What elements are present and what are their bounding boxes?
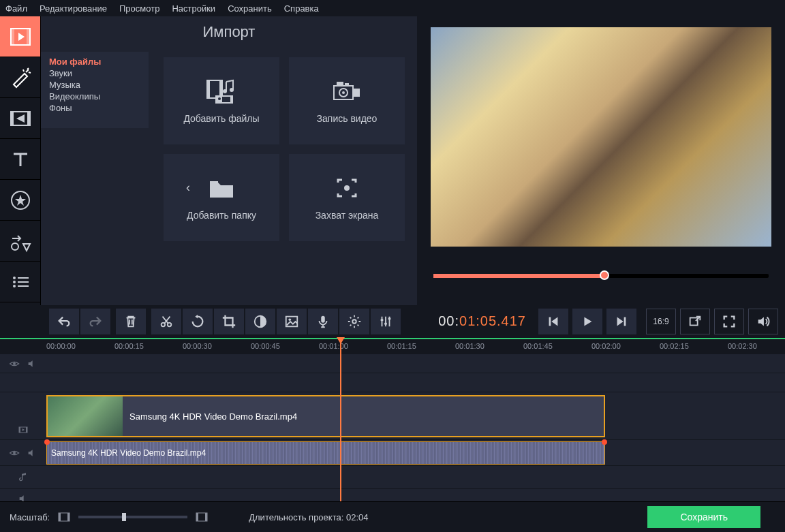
equalizer-button[interactable]: [371, 309, 401, 334]
svg-point-57: [13, 452, 16, 454]
svg-point-11: [13, 277, 16, 279]
svg-point-9: [12, 243, 18, 250]
subtab-music[interactable]: Музыка: [49, 79, 140, 91]
speaker-icon: [27, 448, 37, 458]
ruler-mark: 00:00:15: [114, 342, 144, 350]
ruler-mark: 00:01:15: [387, 342, 416, 350]
seek-thumb[interactable]: [600, 270, 609, 280]
timecode-prefix: 00:: [438, 313, 459, 328]
svg-rect-44: [549, 317, 551, 326]
tab-callouts[interactable]: [0, 221, 40, 262]
tab-import[interactable]: [0, 16, 40, 57]
menu-file[interactable]: Файл: [5, 3, 27, 14]
speaker-icon: [27, 358, 37, 369]
tab-filters[interactable]: [0, 57, 40, 98]
clip-handle-left[interactable]: [44, 439, 50, 445]
record-video-label: Запись видео: [317, 113, 378, 124]
audio-clip-label: Samsung 4K HDR Video Demo Brazil.mp4: [51, 448, 206, 458]
timeline-ruler[interactable]: 00:00:00 00:00:15 00:00:30 00:00:45 00:0…: [0, 338, 785, 354]
collapse-panel-button[interactable]: ‹: [184, 177, 192, 198]
svg-point-13: [13, 281, 16, 283]
svg-rect-12: [18, 277, 29, 279]
clip-label: Samsung 4K HDR Video Demo Brazil.mp4: [123, 411, 297, 422]
timeline: 00:00:00 00:00:15 00:00:30 00:00:45 00:0…: [0, 338, 785, 508]
subtab-sounds[interactable]: Звуки: [49, 67, 140, 79]
tab-more[interactable]: [0, 262, 40, 302]
svg-marker-48: [617, 317, 624, 326]
save-button[interactable]: Сохранить: [647, 506, 760, 528]
svg-rect-18: [207, 80, 210, 98]
svg-rect-1: [11, 29, 14, 45]
timecode-main: 01:05.417: [459, 313, 526, 328]
add-folder-button[interactable]: Добавить папку: [164, 154, 279, 241]
zoom-in-icon[interactable]: [196, 512, 208, 522]
menu-help[interactable]: Справка: [284, 3, 319, 14]
prev-button[interactable]: [538, 309, 568, 334]
screen-capture-button[interactable]: Захват экрана: [289, 154, 405, 241]
record-video-button[interactable]: Запись видео: [289, 57, 405, 144]
svg-point-20: [223, 89, 227, 93]
menu-view[interactable]: Просмотр: [119, 3, 159, 14]
zoom-slider[interactable]: [78, 516, 187, 518]
svg-marker-52: [29, 360, 33, 366]
play-button[interactable]: [572, 309, 602, 334]
svg-rect-47: [624, 317, 626, 326]
ruler-mark: 00:00:30: [183, 342, 212, 350]
svg-rect-29: [337, 82, 343, 86]
duration-value: 02:04: [346, 512, 369, 522]
audio-clip[interactable]: Samsung 4K HDR Video Demo Brazil.mp4: [46, 441, 605, 465]
subtab-videoclips[interactable]: Видеоклипы: [49, 91, 140, 102]
svg-rect-65: [205, 513, 207, 521]
fullscreen-button[interactable]: [714, 309, 744, 334]
capture-icon: [331, 174, 363, 202]
tab-transitions[interactable]: [0, 98, 40, 139]
ruler-mark: 00:01:45: [523, 342, 553, 350]
delete-button[interactable]: [116, 309, 146, 334]
image-button[interactable]: [277, 309, 307, 334]
track-video: Samsung 4K HDR Video Demo Brazil.mp4: [0, 392, 785, 440]
timecode-display: 00:01:05.417: [426, 313, 538, 330]
filmstrip-icon: [18, 424, 29, 435]
tab-stickers[interactable]: [0, 180, 40, 221]
menu-settings[interactable]: Настройки: [172, 3, 215, 14]
detach-button[interactable]: [680, 309, 710, 334]
rotate-button[interactable]: [183, 309, 213, 334]
video-clip[interactable]: Samsung 4K HDR Video Demo Brazil.mp4: [46, 395, 605, 437]
preview-image: [431, 27, 771, 247]
tab-titles[interactable]: [0, 139, 40, 180]
add-files-button[interactable]: Добавить файлы: [164, 57, 279, 144]
add-folder-label: Добавить папку: [187, 210, 256, 221]
next-button[interactable]: [606, 309, 636, 334]
svg-point-15: [13, 285, 16, 287]
color-button[interactable]: [245, 309, 275, 334]
svg-rect-5: [11, 112, 14, 125]
settings-button[interactable]: [339, 309, 369, 334]
undo-button[interactable]: [49, 309, 79, 334]
subtab-backgrounds[interactable]: Фоны: [49, 102, 140, 114]
svg-point-38: [288, 318, 291, 321]
clip-handle-right[interactable]: [602, 439, 607, 445]
clip-thumbnail: [48, 396, 123, 436]
mic-button[interactable]: [308, 309, 338, 334]
seek-bar[interactable]: [433, 274, 769, 278]
zoom-out-icon[interactable]: [58, 512, 70, 522]
crop-button[interactable]: [214, 309, 244, 334]
playhead[interactable]: [340, 338, 341, 501]
svg-rect-16: [18, 285, 29, 287]
ruler-mark: 00:02:00: [591, 342, 621, 350]
aspect-ratio-button[interactable]: 16:9: [646, 309, 676, 334]
subtab-my-files[interactable]: Мои файлы: [49, 56, 140, 67]
ruler-mark: 00:00:00: [46, 342, 76, 350]
track-music: [0, 466, 785, 489]
redo-button[interactable]: [80, 309, 110, 334]
svg-rect-62: [67, 513, 70, 521]
svg-rect-31: [210, 181, 218, 184]
menu-save[interactable]: Сохранить: [228, 3, 272, 14]
zoom-control: Масштаб:: [10, 512, 208, 522]
volume-button[interactable]: [748, 309, 778, 334]
zoom-thumb[interactable]: [122, 513, 126, 521]
cut-button[interactable]: [151, 309, 181, 334]
svg-marker-24: [222, 97, 230, 102]
menu-edit[interactable]: Редактирование: [40, 3, 107, 14]
svg-marker-50: [758, 317, 764, 326]
